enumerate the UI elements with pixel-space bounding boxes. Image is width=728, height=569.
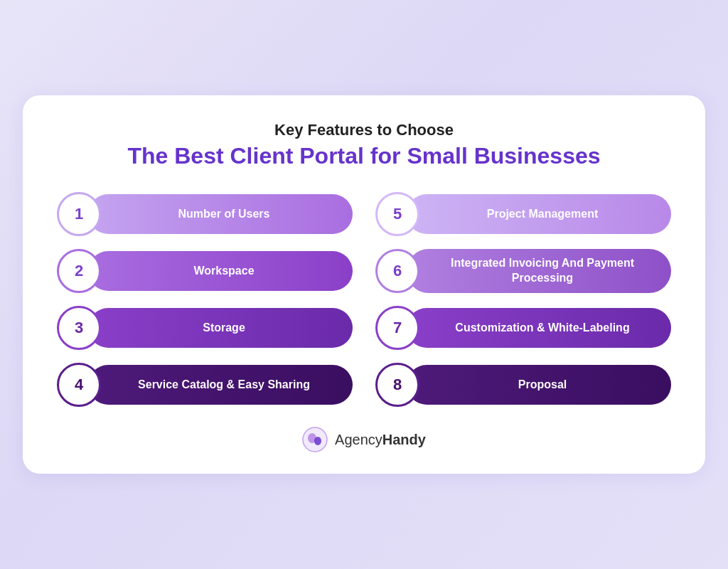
feature-item-5: 5 Project Management (375, 192, 671, 236)
feature-item-7: 7 Customization & White-Labeling (375, 306, 671, 350)
agency-handy-logo-icon (302, 427, 328, 452)
feature-item-1: 1 Number of Users (57, 192, 353, 236)
feature-label-5: Project Management (407, 194, 671, 234)
feature-badge-5: 5 (375, 192, 419, 236)
feature-item-4: 4 Service Catalog & Easy Sharing (57, 363, 353, 407)
feature-badge-6: 6 (375, 249, 419, 293)
feature-badge-8: 8 (375, 363, 419, 407)
feature-item-2: 2 Workspace (57, 249, 353, 293)
feature-label-3: Storage (88, 308, 353, 348)
main-card: Key Features to Choose The Best Client P… (23, 95, 705, 474)
features-grid: 1 Number of Users 5 Project Management 2… (57, 192, 671, 407)
header-subtitle: Key Features to Choose (57, 121, 671, 139)
footer: AgencyHandy (57, 427, 671, 452)
feature-label-6: Integrated Invoicing And Payment Process… (407, 249, 671, 293)
feature-item-6: 6 Integrated Invoicing And Payment Proce… (375, 249, 671, 293)
feature-item-3: 3 Storage (57, 306, 353, 350)
feature-badge-3: 3 (57, 306, 101, 350)
brand-bold: Handy (382, 432, 426, 447)
feature-badge-1: 1 (57, 192, 101, 236)
feature-badge-4: 4 (57, 363, 101, 407)
feature-label-7: Customization & White-Labeling (407, 308, 671, 348)
feature-label-2: Workspace (88, 251, 353, 291)
header: Key Features to Choose The Best Client P… (57, 121, 671, 169)
feature-label-4: Service Catalog & Easy Sharing (88, 365, 353, 405)
brand-regular: Agency (335, 432, 382, 447)
footer-brand: AgencyHandy (335, 432, 426, 448)
feature-label-1: Number of Users (88, 194, 353, 234)
feature-label-8: Proposal (407, 365, 671, 405)
feature-badge-2: 2 (57, 249, 101, 293)
feature-badge-7: 7 (375, 306, 419, 350)
header-title: The Best Client Portal for Small Busines… (57, 142, 671, 169)
svg-point-2 (314, 437, 321, 445)
feature-item-8: 8 Proposal (375, 363, 671, 407)
